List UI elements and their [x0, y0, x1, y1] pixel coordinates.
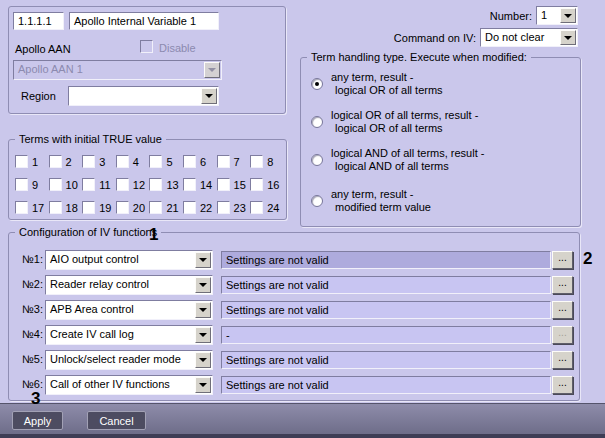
checkbox-icon[interactable] — [217, 155, 230, 168]
iv-function-row-4: №4: Create IV call log - ... — [9, 325, 579, 345]
checkbox-icon[interactable] — [82, 155, 95, 168]
term-number: 11 — [99, 179, 110, 191]
term-checkbox-cell[interactable]: 16 — [250, 178, 284, 191]
term-number: 8 — [267, 156, 273, 168]
checkbox-icon[interactable] — [217, 178, 230, 191]
checkbox-icon[interactable] — [149, 155, 162, 168]
radio-icon[interactable] — [311, 154, 323, 166]
term-checkbox-cell[interactable]: 4 — [116, 155, 150, 168]
checkbox-icon[interactable] — [250, 155, 263, 168]
variable-name-field[interactable]: Apollo Internal Variable 1 — [69, 12, 219, 30]
checkbox-icon[interactable] — [250, 178, 263, 191]
chevron-down-icon[interactable] — [560, 30, 576, 45]
term-checkbox-cell[interactable]: 14 — [183, 178, 217, 191]
term-checkbox-cell[interactable]: 2 — [49, 155, 83, 168]
term-number: 20 — [133, 202, 145, 214]
term-checkbox-cell[interactable]: 21 — [149, 201, 183, 214]
term-checkbox-cell[interactable]: 8 — [250, 155, 284, 168]
term-checkbox-cell[interactable]: 9 — [15, 178, 49, 191]
radio-icon[interactable] — [311, 78, 323, 90]
radio-option-modified-term[interactable]: any term, result - modified term value — [311, 188, 431, 214]
radio-option-logical-or[interactable]: logical OR of all terms, result - logica… — [311, 109, 478, 135]
function-settings-button-5[interactable]: ... — [552, 351, 573, 369]
term-checkbox-cell[interactable]: 20 — [116, 201, 150, 214]
term-checkbox-cell[interactable]: 23 — [217, 201, 251, 214]
chevron-down-icon[interactable] — [195, 352, 211, 368]
function-select-value: Create IV call log — [46, 326, 194, 344]
checkbox-icon[interactable] — [15, 201, 28, 214]
command-on-iv-value: Do not clear — [481, 29, 559, 46]
term-checkbox-cell[interactable]: 19 — [82, 201, 116, 214]
term-checkbox-cell[interactable]: 12 — [116, 178, 150, 191]
function-select-3[interactable]: APB Area control — [45, 300, 213, 320]
checkbox-icon[interactable] — [183, 178, 196, 191]
function-select-value: AIO output control — [46, 251, 194, 269]
disable-checkbox[interactable] — [140, 40, 153, 53]
checkbox-icon[interactable] — [250, 201, 263, 214]
checkbox-icon[interactable] — [82, 201, 95, 214]
checkbox-icon[interactable] — [82, 178, 95, 191]
apply-button[interactable]: Apply — [12, 411, 63, 430]
term-checkbox-cell[interactable]: 1 — [15, 155, 49, 168]
checkbox-icon[interactable] — [49, 201, 62, 214]
row-label: №1: — [15, 253, 43, 265]
command-on-iv-select[interactable]: Do not clear — [480, 28, 578, 47]
checkbox-icon[interactable] — [49, 155, 62, 168]
function-select-6[interactable]: Call of other IV functions — [45, 375, 213, 395]
term-number: 6 — [200, 156, 206, 168]
checkbox-icon[interactable] — [116, 178, 129, 191]
checkbox-icon[interactable] — [217, 201, 230, 214]
radio-option-logical-and[interactable]: logical AND of all terms, result - logic… — [311, 147, 484, 173]
term-checkbox-cell[interactable]: 15 — [217, 178, 251, 191]
term-checkbox-cell[interactable]: 3 — [82, 155, 116, 168]
function-select-1[interactable]: AIO output control — [45, 250, 213, 270]
term-number: 18 — [66, 202, 78, 214]
checkbox-icon[interactable] — [183, 201, 196, 214]
term-number: 7 — [234, 156, 240, 168]
chevron-down-icon[interactable] — [195, 277, 211, 293]
function-settings-button-3[interactable]: ... — [552, 301, 573, 319]
checkbox-icon[interactable] — [15, 178, 28, 191]
term-checkbox-cell[interactable]: 5 — [149, 155, 183, 168]
function-status-4: - — [221, 326, 551, 344]
function-select-2[interactable]: Reader relay control — [45, 275, 213, 295]
radio-icon[interactable] — [311, 195, 323, 207]
term-checkbox-cell[interactable]: 17 — [15, 201, 49, 214]
term-checkbox-cell[interactable]: 24 — [250, 201, 284, 214]
terms-row-2: 9 10 11 12 13 14 15 16 — [15, 178, 284, 191]
function-select-4[interactable]: Create IV call log — [45, 325, 213, 345]
term-checkbox-cell[interactable]: 7 — [217, 155, 251, 168]
term-checkbox-cell[interactable]: 10 — [49, 178, 83, 191]
term-checkbox-cell[interactable]: 18 — [49, 201, 83, 214]
function-select-5[interactable]: Unlock/select reader mode — [45, 350, 213, 370]
term-checkbox-cell[interactable]: 22 — [183, 201, 217, 214]
cancel-button[interactable]: Cancel — [87, 411, 146, 430]
chevron-down-icon[interactable] — [201, 88, 217, 104]
checkbox-icon[interactable] — [15, 155, 28, 168]
function-settings-button-2[interactable]: ... — [552, 276, 573, 294]
checkbox-icon[interactable] — [149, 178, 162, 191]
term-checkbox-cell[interactable]: 6 — [183, 155, 217, 168]
chevron-down-icon[interactable] — [195, 252, 211, 268]
chevron-down-icon[interactable] — [195, 327, 211, 343]
radio-icon[interactable] — [311, 116, 323, 128]
checkbox-icon[interactable] — [183, 155, 196, 168]
region-select[interactable] — [68, 86, 219, 106]
radio-option-any-term-or[interactable]: any term, result - logical OR of all ter… — [311, 71, 443, 97]
number-select[interactable]: 1 — [536, 6, 578, 25]
chevron-down-icon[interactable] — [195, 302, 211, 318]
checkbox-icon[interactable] — [49, 178, 62, 191]
function-settings-button-1[interactable]: ... — [552, 251, 573, 269]
variable-id-field[interactable]: 1.1.1.1 — [13, 12, 64, 30]
term-checkbox-cell[interactable]: 11 — [82, 178, 116, 191]
term-number: 19 — [99, 202, 111, 214]
checkbox-icon[interactable] — [116, 155, 129, 168]
chevron-down-icon[interactable] — [195, 377, 211, 393]
checkbox-icon[interactable] — [149, 201, 162, 214]
chevron-down-icon[interactable] — [560, 8, 576, 23]
term-number: 17 — [32, 202, 44, 214]
term-number: 9 — [32, 179, 38, 191]
checkbox-icon[interactable] — [116, 201, 129, 214]
function-settings-button-6[interactable]: ... — [552, 376, 573, 394]
term-checkbox-cell[interactable]: 13 — [149, 178, 183, 191]
